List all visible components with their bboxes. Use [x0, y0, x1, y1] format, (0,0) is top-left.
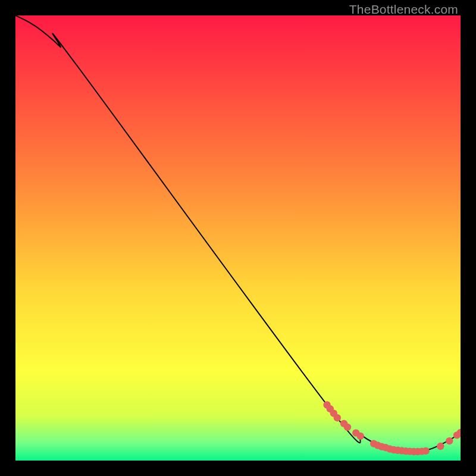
gradient-background [15, 15, 461, 461]
scatter-dot [446, 437, 453, 444]
chart-svg [15, 15, 461, 461]
scatter-dot [422, 447, 429, 455]
scatter-dot [357, 433, 364, 440]
scatter-dot [334, 414, 341, 421]
scatter-dot [437, 443, 444, 450]
scatter-dot [344, 424, 351, 431]
chart-plot-area [15, 15, 461, 461]
watermark-text: TheBottleneck.com [349, 2, 458, 17]
